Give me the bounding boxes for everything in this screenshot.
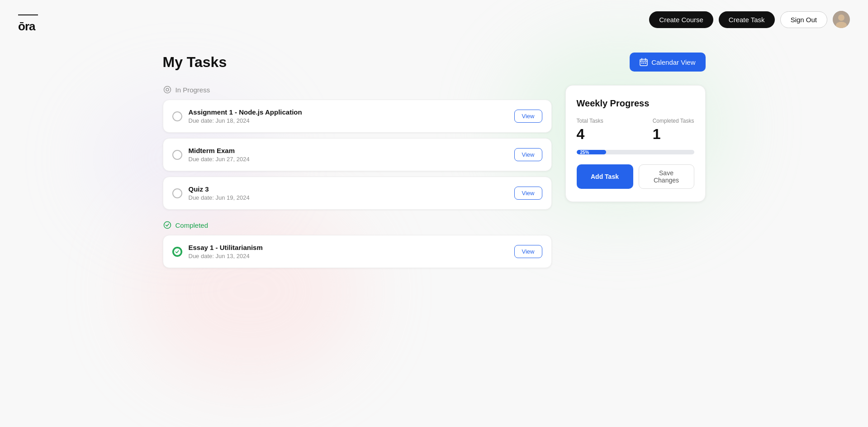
task-card-left: Essay 1 - Utilitarianism Due date: Jun 1… bbox=[172, 244, 263, 259]
task-info: Quiz 3 Due date: Jun 19, 2024 bbox=[189, 185, 250, 201]
svg-point-8 bbox=[166, 88, 169, 91]
completed-label: Completed bbox=[163, 221, 552, 230]
add-task-button[interactable]: Add Task bbox=[577, 164, 633, 189]
task-card-left: Assignment 1 - Node.js Application Due d… bbox=[172, 108, 302, 124]
progress-bar-fill: 25% bbox=[577, 150, 606, 154]
completed-tasks-group: Completed Tasks 1 bbox=[653, 118, 694, 143]
total-tasks-group: Total Tasks 4 bbox=[577, 118, 603, 143]
svg-rect-6 bbox=[645, 62, 646, 64]
task-info: Midterm Exam Due date: Jun 27, 2024 bbox=[189, 147, 250, 163]
task-info: Assignment 1 - Node.js Application Due d… bbox=[189, 108, 302, 124]
task-card: Assignment 1 - Node.js Application Due d… bbox=[163, 100, 552, 133]
create-task-button[interactable]: Create Task bbox=[719, 11, 775, 28]
calendar-view-button[interactable]: Calendar View bbox=[630, 53, 705, 72]
in-progress-text: In Progress bbox=[175, 86, 210, 94]
task-name: Essay 1 - Utilitarianism bbox=[189, 244, 263, 251]
content-layout: In Progress Assignment 1 - Node.js Appli… bbox=[163, 85, 706, 273]
logo-text: ōra bbox=[18, 19, 35, 34]
in-progress-section: In Progress Assignment 1 - Node.js Appli… bbox=[163, 85, 552, 210]
view-button-0[interactable]: View bbox=[514, 110, 542, 123]
progress-bar-container: 25% bbox=[577, 150, 694, 154]
completed-icon bbox=[163, 221, 172, 230]
view-button-1[interactable]: View bbox=[514, 148, 542, 161]
task-radio-completed[interactable] bbox=[172, 247, 182, 257]
calendar-icon bbox=[640, 58, 648, 66]
progress-stats: Total Tasks 4 Completed Tasks 1 bbox=[577, 118, 694, 143]
task-radio-1[interactable] bbox=[172, 150, 182, 160]
calendar-view-label: Calendar View bbox=[651, 58, 695, 66]
svg-point-7 bbox=[164, 86, 171, 93]
task-card: Quiz 3 Due date: Jun 19, 2024 View bbox=[163, 177, 552, 210]
completed-tasks-value: 1 bbox=[653, 126, 694, 143]
avatar[interactable] bbox=[833, 11, 850, 28]
avatar-image bbox=[833, 11, 850, 28]
view-button-completed[interactable]: View bbox=[514, 245, 542, 258]
task-due: Due date: Jun 13, 2024 bbox=[189, 253, 263, 259]
task-due: Due date: Jun 18, 2024 bbox=[189, 117, 302, 124]
task-due: Due date: Jun 19, 2024 bbox=[189, 194, 250, 201]
task-radio-0[interactable] bbox=[172, 111, 182, 121]
progress-card-title: Weekly Progress bbox=[577, 98, 694, 109]
task-card: Midterm Exam Due date: Jun 27, 2024 View bbox=[163, 138, 552, 171]
view-button-2[interactable]: View bbox=[514, 187, 542, 200]
in-progress-label: In Progress bbox=[163, 85, 552, 94]
tasks-column: In Progress Assignment 1 - Node.js Appli… bbox=[163, 85, 552, 273]
completed-text: Completed bbox=[175, 221, 209, 229]
sidebar-column: Weekly Progress Total Tasks 4 Completed … bbox=[565, 85, 706, 202]
task-name: Quiz 3 bbox=[189, 185, 250, 193]
progress-card-actions: Add Task Save Changes bbox=[577, 164, 694, 189]
page-title: My Tasks bbox=[163, 54, 227, 71]
task-name: Midterm Exam bbox=[189, 147, 250, 154]
create-course-button[interactable]: Create Course bbox=[649, 11, 713, 28]
sign-out-button[interactable]: Sign Out bbox=[780, 11, 827, 28]
svg-rect-4 bbox=[641, 62, 643, 64]
in-progress-icon bbox=[163, 85, 172, 94]
svg-rect-5 bbox=[643, 62, 645, 64]
task-due: Due date: Jun 27, 2024 bbox=[189, 156, 250, 163]
svg-point-1 bbox=[838, 14, 844, 21]
task-card-left: Quiz 3 Due date: Jun 19, 2024 bbox=[172, 185, 250, 201]
total-tasks-value: 4 bbox=[577, 126, 603, 143]
navbar: ōra Create Course Create Task Sign Out bbox=[0, 0, 868, 39]
nav-actions: Create Course Create Task Sign Out bbox=[649, 11, 850, 28]
main-content: My Tasks Calendar View bbox=[145, 39, 724, 287]
total-tasks-label: Total Tasks bbox=[577, 118, 603, 124]
page-header: My Tasks Calendar View bbox=[163, 53, 706, 72]
task-name: Assignment 1 - Node.js Application bbox=[189, 108, 302, 116]
progress-card: Weekly Progress Total Tasks 4 Completed … bbox=[565, 85, 706, 202]
completed-task-card: Essay 1 - Utilitarianism Due date: Jun 1… bbox=[163, 235, 552, 268]
svg-point-9 bbox=[164, 222, 171, 229]
task-radio-2[interactable] bbox=[172, 188, 182, 198]
progress-percent-label: 25% bbox=[580, 150, 589, 154]
completed-section: Completed Essay 1 - Utilitarianism bbox=[163, 221, 552, 268]
task-info: Essay 1 - Utilitarianism Due date: Jun 1… bbox=[189, 244, 263, 259]
save-changes-button[interactable]: Save Changes bbox=[639, 164, 694, 189]
completed-tasks-label: Completed Tasks bbox=[653, 118, 694, 124]
task-card-left: Midterm Exam Due date: Jun 27, 2024 bbox=[172, 147, 250, 163]
logo[interactable]: ōra bbox=[18, 5, 38, 34]
